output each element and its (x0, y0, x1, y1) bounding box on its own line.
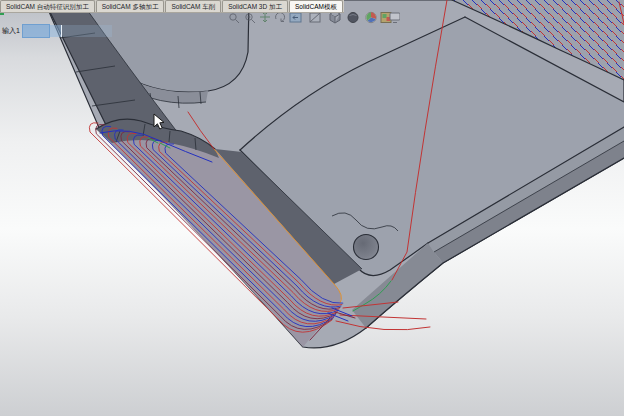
rotate-view-icon[interactable] (276, 13, 285, 22)
tab-solidcam-multiaxis[interactable]: SolidCAM 多轴加工 (96, 0, 165, 12)
tab-solidcam-turning[interactable]: SolidCAM 车削 (165, 0, 221, 12)
zoom-window-icon[interactable] (230, 14, 239, 23)
tab-solidcam-template[interactable]: SolidCAM模板 (289, 0, 343, 12)
feature-tree-item-label: 输入1 (2, 26, 20, 36)
3d-viewport[interactable] (0, 0, 624, 416)
mouse-cursor (152, 113, 166, 131)
pan-icon[interactable] (260, 12, 270, 22)
hole (354, 235, 379, 260)
feature-tree-item[interactable]: 输入1 (2, 24, 112, 38)
display-style-icon[interactable] (348, 13, 358, 23)
solidcam-tab-bar: SolidCAM 自动特征识别加工 SolidCAM 多轴加工 SolidCAM… (0, 0, 344, 13)
part-model (44, 0, 624, 348)
tab-solidcam-3d[interactable]: SolidCAM 3D 加工 (222, 0, 288, 12)
appearance-icon[interactable] (366, 12, 376, 22)
selection-highlight (22, 24, 50, 38)
zoom-fit-icon[interactable] (246, 14, 255, 23)
tab-solidcam-afrm[interactable]: SolidCAM 自动特征识别加工 (0, 0, 95, 12)
section-view-icon[interactable] (310, 13, 320, 22)
previous-view-icon[interactable] (290, 13, 301, 22)
